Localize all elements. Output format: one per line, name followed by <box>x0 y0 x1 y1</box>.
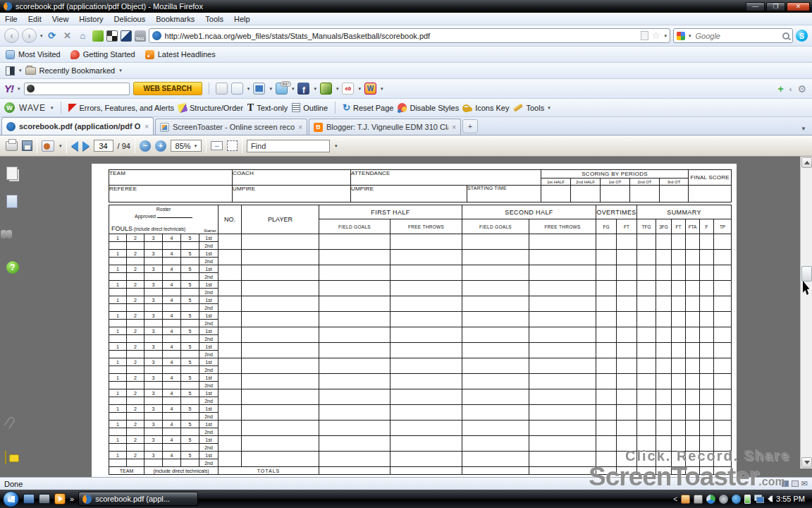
switch-windows-icon[interactable] <box>39 494 50 504</box>
menu-item-history[interactable]: History <box>79 15 103 23</box>
tag-icon[interactable]: TAG <box>135 30 146 42</box>
bookmarks-widget-dropdown-icon[interactable]: ▾ <box>19 68 22 73</box>
forward-button[interactable]: › <box>22 28 37 43</box>
menu-item-edit[interactable]: Edit <box>28 15 42 23</box>
tab-screentoaster[interactable]: ScreenToaster - Online screen recor... × <box>155 119 307 135</box>
show-desktop-icon[interactable] <box>23 494 35 504</box>
fit-page-button[interactable] <box>227 140 238 151</box>
next-page-button[interactable] <box>82 141 90 151</box>
bookmark-getting-started[interactable]: Getting Started <box>70 50 135 59</box>
attachments-icon[interactable] <box>4 416 16 430</box>
save-button[interactable] <box>22 140 32 151</box>
menu-item-file[interactable]: File <box>5 15 18 23</box>
wave-tools-button[interactable]: Tools ▾ <box>513 104 550 112</box>
bookmark-latest-headlines[interactable]: Latest Headlines <box>145 50 216 59</box>
close-button[interactable]: ✕ <box>787 2 810 11</box>
vertical-scrollbar[interactable] <box>800 157 812 468</box>
bookmark-star-icon[interactable]: ☆ <box>652 30 660 41</box>
menu-item-tools[interactable]: Tools <box>205 15 223 23</box>
yahoo-apps-icon[interactable] <box>320 83 332 95</box>
yahoo-search-input[interactable] <box>37 84 127 93</box>
yahoo-stamp-icon[interactable] <box>216 83 228 95</box>
yahoo-search-box[interactable] <box>24 83 130 95</box>
wave-errors-button[interactable]: Errors, Features, and Alerts <box>68 104 175 112</box>
yahoo-bookmarks-icon[interactable] <box>231 83 243 95</box>
clock[interactable]: 3:55 PM <box>776 495 805 503</box>
stop-button[interactable]: ✕ <box>61 30 74 42</box>
help-icon[interactable]: ? <box>6 261 19 274</box>
tray-icon[interactable] <box>694 495 703 504</box>
gear-icon[interactable]: ⚙ <box>797 83 806 95</box>
list-all-tabs-icon[interactable]: ▼ <box>801 126 811 132</box>
wave-icons-key-button[interactable]: Icons Key <box>463 104 509 112</box>
start-button[interactable] <box>3 491 19 507</box>
web-search-button[interactable]: WEB SEARCH <box>133 82 202 95</box>
zoom-dropdown-icon[interactable]: ▾ <box>195 143 197 149</box>
bookmarks-panel-icon[interactable] <box>6 195 18 208</box>
wave-structure-button[interactable]: Structure/Order <box>178 104 243 112</box>
tray-icon[interactable] <box>732 495 741 504</box>
scroll-down-icon[interactable] <box>801 457 812 468</box>
bookmarks-widget-icon[interactable] <box>6 66 15 75</box>
skype-icon[interactable]: S <box>796 30 808 42</box>
history-dropdown-icon[interactable]: ▾ <box>40 33 43 39</box>
tray-collapse-icon[interactable]: < <box>673 495 677 503</box>
tray-icon[interactable] <box>719 495 728 504</box>
print-button[interactable] <box>6 141 18 151</box>
sign-button[interactable] <box>42 140 54 152</box>
zoom-level-box[interactable]: 85% ▾ <box>171 140 202 152</box>
quicklaunch-overflow-icon[interactable]: » <box>70 495 74 503</box>
back-button[interactable]: ‹ <box>4 28 19 43</box>
ebay-icon[interactable]: eb <box>342 83 354 95</box>
menu-item-view[interactable]: View <box>52 15 69 23</box>
weather-icon[interactable]: 61° <box>276 83 288 95</box>
add-widget-icon[interactable]: + <box>778 83 784 95</box>
recently-bookmarked-dropdown-icon[interactable]: ▾ <box>119 68 122 73</box>
home-button[interactable]: ⌂ <box>77 30 90 42</box>
bookmark-most-visited[interactable]: Most Visited <box>6 50 61 59</box>
menu-item-delicious[interactable]: Delicious <box>114 15 146 23</box>
wave-disable-styles-button[interactable]: Disable Styles <box>398 103 459 112</box>
search-box[interactable]: ▾ <box>673 28 793 43</box>
wave-brand[interactable]: WAVE <box>19 103 46 113</box>
yahoo-mail-icon[interactable] <box>253 83 265 95</box>
recently-bookmarked-label[interactable]: Recently Bookmarked <box>39 66 116 75</box>
menu-item-help[interactable]: Help <box>234 15 250 23</box>
wave-reset-button[interactable]: ↻ Reset Page <box>343 103 393 112</box>
previous-page-button[interactable] <box>71 141 78 151</box>
url-bar[interactable]: http://web1.ncaa.org/web_files/stats/Sta… <box>149 28 670 43</box>
media-player-icon[interactable] <box>54 493 66 504</box>
find-dropdown-icon[interactable]: ▾ <box>335 143 338 149</box>
wave-textonly-button[interactable]: T Text-only <box>247 103 288 113</box>
page-number-input[interactable] <box>94 140 113 151</box>
yahoo-logo-icon[interactable]: Y! <box>4 83 13 95</box>
url-text[interactable]: http://web1.ncaa.org/web_files/stats/Sta… <box>165 32 637 40</box>
zoom-in-button[interactable]: + <box>155 140 166 152</box>
scroll-up-icon[interactable] <box>801 157 812 168</box>
addon-icon-blue[interactable] <box>121 30 132 42</box>
pages-panel-icon[interactable] <box>6 167 18 180</box>
tab-blogger[interactable]: B Blogger: T.J. Vigneulle EDM 310 Cla...… <box>309 119 461 135</box>
close-tab-icon[interactable]: × <box>298 123 302 131</box>
collapse-toolbar-icon[interactable]: ‹ <box>789 85 792 93</box>
comments-icon[interactable] <box>5 451 6 464</box>
widget-w-icon[interactable]: W <box>364 83 376 95</box>
tray-icon[interactable] <box>681 495 690 504</box>
google-icon[interactable] <box>677 32 685 40</box>
tab-scorebook[interactable]: scorebook.pdf (application/pdf O... × <box>1 117 154 135</box>
refresh-button[interactable]: ⟳ <box>46 30 59 42</box>
menu-item-bookmarks[interactable]: Bookmarks <box>156 15 195 23</box>
maximize-button[interactable]: ❐ <box>766 2 785 11</box>
tray-icon[interactable] <box>706 495 715 504</box>
addon-icon-green[interactable] <box>92 30 104 42</box>
yahoo-dropdown-icon[interactable]: ▾ <box>18 86 20 92</box>
fit-width-button[interactable]: ↔ <box>211 141 223 150</box>
find-box[interactable]: Find <box>247 140 330 152</box>
volume-icon[interactable] <box>768 495 773 502</box>
battery-icon[interactable] <box>744 495 751 504</box>
wave-outline-button[interactable]: Outline <box>292 103 328 112</box>
close-tab-icon[interactable]: × <box>452 123 456 131</box>
search-engine-dropdown-icon[interactable]: ▾ <box>689 33 691 39</box>
taskbar-task-scorebook[interactable]: scorebook.pdf (appl... <box>78 492 198 506</box>
search-input[interactable] <box>694 31 780 41</box>
